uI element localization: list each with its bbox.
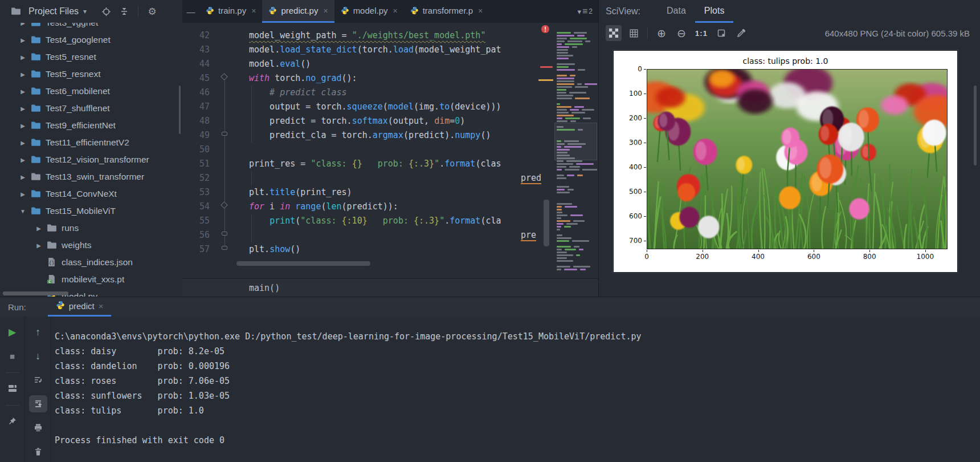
code-line[interactable]: 52pred <box>182 171 541 185</box>
tree-item[interactable]: ▶weights <box>0 237 182 254</box>
line-number: 45 <box>182 71 210 86</box>
code-editor[interactable]: 42model_weight_path = "./weights/best_mo… <box>182 23 541 261</box>
tree-item[interactable]: {}class_indices.json <box>0 254 182 271</box>
chevron-collapsed-icon[interactable]: ▶ <box>15 123 31 129</box>
stop-button[interactable]: ■ <box>3 347 22 364</box>
code-line[interactable]: 49 predict_cla = torch.argmax(predict).n… <box>182 128 541 143</box>
pin-icon[interactable] <box>3 412 22 429</box>
editor-tab-model.py[interactable]: model.py× <box>334 0 404 23</box>
fold-end-marker[interactable] <box>222 132 227 136</box>
minimap-viewport[interactable] <box>554 123 597 160</box>
tree-item[interactable]: ▶Test13_swin_transformer <box>0 168 182 185</box>
chevron-collapsed-icon[interactable]: ▶ <box>31 242 47 249</box>
editor-horizontal-scrollbar[interactable] <box>236 261 370 266</box>
code-line[interactable]: 46 # predict class <box>182 86 541 100</box>
sciview-tab-plots[interactable]: Plots <box>695 0 734 23</box>
plot-figure[interactable]: class: tulips prob: 1.0 0100200300400500… <box>613 50 958 273</box>
close-icon[interactable]: × <box>251 6 256 15</box>
tree-item[interactable]: ▶Test6_mobilenet <box>0 83 182 100</box>
project-view-selector[interactable]: Project Files <box>28 6 79 17</box>
transparency-checker-icon[interactable] <box>606 25 622 41</box>
color-picker-icon[interactable] <box>733 25 749 41</box>
code-line[interactable]: 44model.eval() <box>182 57 541 71</box>
tree-item[interactable]: ▶Test5_resnext <box>0 66 182 83</box>
tree-item[interactable]: ▶runs <box>0 220 182 237</box>
code-line[interactable]: 45with torch.no_grad(): <box>182 71 541 86</box>
clear-trash-icon[interactable] <box>29 443 47 460</box>
chevron-collapsed-icon[interactable]: ▶ <box>15 191 31 197</box>
run-console-output[interactable]: C:\anaconda3\envs\pytorch\python.exe D:/… <box>55 317 980 462</box>
fold-end-marker[interactable] <box>222 246 227 250</box>
code-line[interactable]: 43model.load_state_dict(torch.load(model… <box>182 43 541 57</box>
tree-item[interactable]: ▶Test5_resnet <box>0 48 182 66</box>
zoom-in-icon[interactable]: ⊕ <box>654 25 669 41</box>
close-icon[interactable]: × <box>99 301 104 311</box>
hide-panel-icon[interactable]: — <box>182 0 199 23</box>
svg-text:{}: {} <box>48 260 54 266</box>
fit-to-window-icon[interactable] <box>713 25 729 41</box>
close-icon[interactable]: × <box>478 6 483 15</box>
close-icon[interactable]: × <box>323 6 328 15</box>
scroll-to-end-icon[interactable] <box>29 395 47 412</box>
settings-gear-icon[interactable]: ⚙ <box>145 5 159 18</box>
close-icon[interactable]: × <box>393 6 398 15</box>
tree-item[interactable]: ▶Test7_shufflenet <box>0 100 182 117</box>
run-tab-predict[interactable]: predict × <box>48 297 112 317</box>
soft-wrap-icon[interactable] <box>29 371 47 388</box>
tab-label: train.py <box>218 6 246 15</box>
tree-item[interactable]: ▶Test14_ConvNeXt <box>0 185 182 202</box>
warning-stripe-mark[interactable] <box>538 79 553 81</box>
error-count-icon[interactable] <box>541 25 550 34</box>
locate-file-icon[interactable] <box>99 5 113 18</box>
code-line[interactable]: 53plt.title(print_res) <box>182 185 541 200</box>
breadcrumb[interactable]: main() <box>249 283 280 293</box>
tree-item[interactable]: Cmobilevit_xxs.pt <box>0 271 182 288</box>
code-minimap[interactable] <box>554 24 597 274</box>
tree-item[interactable]: ▶Test4_googlenet <box>0 31 182 48</box>
chevron-collapsed-icon[interactable]: ▶ <box>31 225 47 232</box>
rerun-button[interactable]: ▶ <box>3 323 22 341</box>
error-stripe-mark[interactable] <box>540 66 553 68</box>
sciview-tab-data[interactable]: Data <box>658 0 695 23</box>
hidden-tabs-dropdown[interactable]: ▾ ≡ 2 <box>571 0 598 23</box>
chevron-collapsed-icon[interactable]: ▶ <box>15 54 31 60</box>
code-line[interactable]: 47 output = torch.squeeze(model(img.to(d… <box>182 100 541 114</box>
chevron-collapsed-icon[interactable]: ▶ <box>15 88 31 95</box>
chevron-collapsed-icon[interactable]: ▶ <box>15 71 31 78</box>
chevron-collapsed-icon[interactable]: ▶ <box>15 157 31 163</box>
code-line[interactable]: 51print_res = "class: {} prob: {:.3}".fo… <box>182 157 541 171</box>
restore-layout-icon[interactable] <box>3 380 22 397</box>
zoom-out-icon[interactable]: ⊖ <box>673 25 689 41</box>
grid-icon[interactable] <box>626 25 642 41</box>
code-line[interactable]: 56pre <box>182 228 541 242</box>
chevron-down-icon[interactable]: ▾ <box>83 7 87 15</box>
code-line[interactable]: 54for i in range(len(predict)): <box>182 200 541 214</box>
code-line[interactable]: 42model_weight_path = "./weights/best_mo… <box>182 29 541 43</box>
code-line[interactable]: 57plt.show() <box>182 242 541 257</box>
editor-tab-train.py[interactable]: train.py× <box>199 0 262 23</box>
editor-tab-predict.py[interactable]: predict.py× <box>262 0 334 23</box>
code-line[interactable]: 50 <box>182 143 541 157</box>
sciview-scrollbar[interactable] <box>974 86 977 165</box>
chevron-collapsed-icon[interactable]: ▶ <box>15 106 31 112</box>
code-line[interactable]: 55 print("class: {:10} prob: {:.3}".form… <box>182 214 541 228</box>
tree-scrollbar[interactable] <box>179 86 181 134</box>
up-stack-trace-icon[interactable]: ↑ <box>29 323 47 341</box>
tree-item[interactable]: ▼Test15_MobileViT <box>0 202 182 220</box>
actual-size-button[interactable]: 1:1 <box>693 25 709 41</box>
fold-end-marker[interactable] <box>222 232 227 236</box>
chevron-expanded-icon[interactable]: ▼ <box>15 208 31 214</box>
tree-item[interactable]: ▶Test11_efficientnetV2 <box>0 134 182 151</box>
down-stack-trace-icon[interactable]: ↓ <box>29 347 47 364</box>
chevron-collapsed-icon[interactable]: ▶ <box>15 174 31 180</box>
editor-vertical-scrollbar[interactable] <box>544 200 549 246</box>
tree-horizontal-scrollbar[interactable] <box>3 291 68 295</box>
print-icon[interactable] <box>29 419 47 436</box>
collapse-all-icon[interactable] <box>117 5 131 18</box>
chevron-collapsed-icon[interactable]: ▶ <box>15 37 31 43</box>
chevron-collapsed-icon[interactable]: ▶ <box>15 140 31 146</box>
tree-item[interactable]: ▶Test9_efficientNet <box>0 117 182 134</box>
tree-item[interactable]: ▶Test12_vision_transformer <box>0 151 182 168</box>
editor-tab-transformer.p[interactable]: transformer.p× <box>404 0 489 23</box>
code-line[interactable]: 48 predict = torch.softmax(output, dim=0… <box>182 114 541 128</box>
